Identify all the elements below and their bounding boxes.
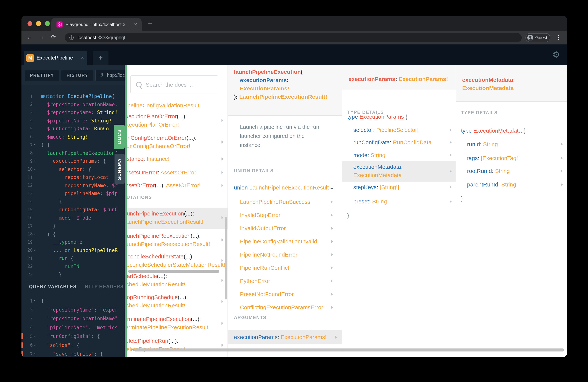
- browser-menu-icon[interactable]: ⋮: [556, 34, 561, 41]
- new-session-button[interactable]: +: [93, 51, 108, 65]
- code-line[interactable]: 20▾ ... on LaunchPipelineR: [21, 246, 125, 254]
- code-line[interactable]: 6 $mode: String!: [21, 133, 125, 141]
- type-field-row[interactable]: stepKeys: [String!]: [342, 183, 456, 191]
- union-member[interactable]: PresetNotFoundError: [228, 287, 342, 301]
- doc-list-item[interactable]: launchPipelineReexecution(...):LaunchPip…: [127, 232, 228, 248]
- type-field-row[interactable]: runConfigData: RunConfigData: [342, 138, 456, 147]
- doc-list-item[interactable]: PipelineConfigValidationResult!: [127, 101, 228, 109]
- code-line[interactable]: 16 mode: $mode: [21, 214, 125, 222]
- expand-arrow-icon[interactable]: [561, 143, 563, 146]
- expand-arrow-icon[interactable]: [561, 170, 563, 172]
- session-close-icon[interactable]: ×: [81, 55, 84, 61]
- doc-list-item[interactable]: assetOrError(...): AssetOrError!: [127, 181, 228, 189]
- doc-list-item[interactable]: startSchedule(...):ScheduleMutationResul…: [127, 272, 228, 288]
- code-line[interactable]: 19 __typename: [21, 238, 125, 246]
- code-line[interactable]: 10▾ selector: {: [21, 165, 125, 173]
- union-member[interactable]: InvalidStepError: [228, 208, 342, 221]
- code-line[interactable]: 15 runConfigData: $runC: [21, 206, 125, 214]
- address-bar[interactable]: ⓘ localhost:3333/graphql: [65, 33, 522, 42]
- tab-query-variables[interactable]: QUERY VARIABLES: [29, 284, 77, 289]
- type-field-row[interactable]: mode: String: [342, 151, 456, 159]
- fold-caret-icon[interactable]: ▾: [33, 160, 39, 163]
- profile-chip[interactable]: Guest: [525, 33, 550, 42]
- expand-arrow-icon[interactable]: [331, 266, 333, 269]
- reload-icon[interactable]: ⟳: [49, 34, 58, 40]
- expand-arrow-icon[interactable]: [222, 216, 223, 219]
- union-member[interactable]: ConflictingExecutionParamsError: [228, 301, 342, 314]
- expand-arrow-icon[interactable]: [331, 306, 333, 309]
- expand-arrow-icon[interactable]: [450, 141, 452, 144]
- code-line[interactable]: 21 run {: [21, 254, 125, 262]
- code-line[interactable]: 5 $runConfigData: RunCo: [21, 125, 125, 133]
- expand-arrow-icon[interactable]: [222, 171, 223, 174]
- code-line[interactable]: 1mutation ExecutePipeline(: [21, 92, 125, 100]
- tab-close-icon[interactable]: ×: [134, 21, 137, 27]
- type-field-row[interactable]: executionMetadata:ExecutionMetadata: [342, 161, 456, 182]
- code-line[interactable]: 6▾ "solids": {: [21, 341, 125, 350]
- expand-arrow-icon[interactable]: [222, 157, 223, 161]
- expand-arrow-icon[interactable]: [222, 140, 223, 143]
- expand-arrow-icon[interactable]: [450, 170, 452, 173]
- endpoint-history-icon[interactable]: ↺: [99, 72, 104, 78]
- type-field-row[interactable]: parentRunId: String: [456, 180, 567, 189]
- code-line[interactable]: 12 repositoryName: $r: [21, 181, 125, 190]
- expand-arrow-icon[interactable]: [450, 186, 452, 189]
- type-field-row[interactable]: preset: String: [342, 197, 456, 206]
- expand-arrow-icon[interactable]: [222, 278, 223, 282]
- type-field-row[interactable]: rootRunId: String: [456, 167, 567, 175]
- fold-caret-icon[interactable]: ▾: [33, 299, 39, 303]
- fold-caret-icon[interactable]: ▾: [33, 143, 39, 147]
- expand-arrow-icon[interactable]: [222, 259, 223, 262]
- argument-row-selected[interactable]: executionParams: ExecutionParams!: [228, 330, 342, 344]
- type-field-row[interactable]: selector: PipelineSelector!: [342, 126, 456, 134]
- browser-tab[interactable]: Playground - http://localhost:3 ×: [51, 18, 142, 31]
- site-info-icon[interactable]: ⓘ: [69, 35, 74, 41]
- expand-arrow-icon[interactable]: [335, 336, 337, 339]
- code-line[interactable]: 23 }: [21, 271, 125, 278]
- doc-list-item[interactable]: launchPipelineExecution(...):LaunchPipel…: [127, 210, 228, 226]
- doc-list-item[interactable]: runConfigSchemaOrError(...):RunConfigSch…: [127, 134, 228, 150]
- tab-schema[interactable]: SCHEMA: [114, 154, 125, 184]
- expand-arrow-icon[interactable]: [222, 119, 223, 122]
- code-line[interactable]: 17 }: [21, 222, 125, 230]
- new-tab-button[interactable]: +: [145, 19, 155, 28]
- type-field-row[interactable]: tags: [ExecutionTag!]: [456, 154, 567, 162]
- settings-gear-icon[interactable]: ⚙: [552, 50, 560, 60]
- fold-caret-icon[interactable]: ▾: [33, 352, 39, 356]
- query-editor[interactable]: PRETTIFY HISTORY ↺ http://loc 1mutation …: [21, 65, 125, 357]
- code-line[interactable]: 2 "repositoryName": "exper: [21, 305, 125, 314]
- back-icon[interactable]: ←: [25, 34, 34, 40]
- fold-caret-icon[interactable]: ▾: [33, 233, 39, 236]
- code-line[interactable]: 5▾ "runConfigData": {: [21, 332, 125, 341]
- doc-list-item[interactable]: stopRunningSchedule(...):ScheduleMutatio…: [127, 293, 228, 309]
- expand-arrow-icon[interactable]: [450, 200, 452, 203]
- code-line[interactable]: 3 "repositoryLocationName": [21, 314, 125, 323]
- code-line[interactable]: 1▾{: [21, 297, 125, 305]
- prettify-button[interactable]: PRETTIFY: [25, 70, 59, 81]
- code-line[interactable]: 14 }: [21, 198, 125, 206]
- union-member[interactable]: LaunchPipelineRunSuccess: [228, 195, 342, 208]
- code-line[interactable]: 3 $repositoryName: String!: [21, 108, 125, 117]
- code-line[interactable]: 13 pipelineName: $pip: [21, 190, 125, 198]
- union-member[interactable]: PythonError: [228, 274, 342, 287]
- fold-caret-icon[interactable]: ▾: [33, 249, 39, 252]
- union-member[interactable]: PipelineConfigValidationInvalid: [228, 235, 342, 248]
- expand-arrow-icon[interactable]: [331, 213, 333, 216]
- code-line[interactable]: 8 launchPipelineExecution(: [21, 149, 125, 157]
- expand-arrow-icon[interactable]: [331, 240, 333, 243]
- docs-vertical-scrollbar[interactable]: [225, 217, 227, 299]
- expand-arrow-icon[interactable]: [331, 227, 333, 230]
- code-line[interactable]: 4 "pipelineName": "metrics: [21, 323, 125, 332]
- endpoint-input[interactable]: ↺ http://loc: [95, 70, 125, 81]
- graphql-code-area[interactable]: 1mutation ExecutePipeline(2 $repositoryL…: [21, 92, 125, 278]
- fold-caret-icon[interactable]: ▾: [33, 335, 39, 338]
- code-line[interactable]: 11 repositoryLocat: [21, 173, 125, 181]
- code-line[interactable]: 22 runId: [21, 262, 125, 271]
- session-tab[interactable]: M ExecutePipeline ×: [24, 51, 87, 65]
- doc-list-item[interactable]: instance: Instance!: [127, 155, 228, 163]
- union-member[interactable]: PipelineRunConflict: [228, 261, 342, 274]
- expand-arrow-icon[interactable]: [222, 343, 223, 346]
- expand-arrow-icon[interactable]: [331, 293, 333, 296]
- code-line[interactable]: 4 $pipelineName: String!: [21, 117, 125, 125]
- expand-arrow-icon[interactable]: [222, 238, 223, 241]
